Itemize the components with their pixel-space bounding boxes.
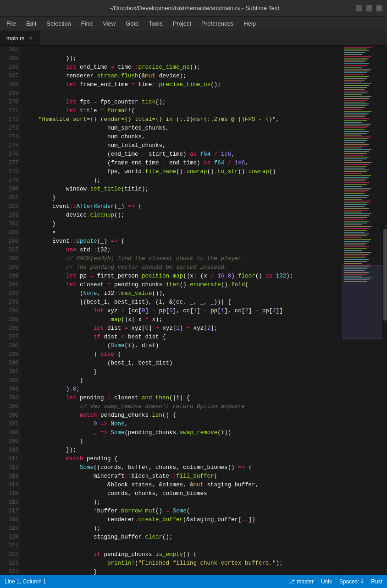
line-ending[interactable]: Unix	[321, 578, 332, 585]
minimize-button[interactable]: —	[356, 5, 362, 11]
svg-rect-115	[344, 256, 367, 256]
svg-rect-112	[344, 250, 362, 251]
line-num: 300	[0, 359, 18, 368]
svg-rect-110	[344, 246, 369, 247]
menu-help[interactable]: Help	[239, 18, 260, 29]
code-editor[interactable]: }); let end_time = time::precise_time_ns…	[21, 46, 341, 575]
vertical-scrollbar[interactable]	[382, 46, 387, 575]
menu-file[interactable]: File	[2, 18, 21, 29]
line-num: 292	[0, 289, 18, 298]
line-num: 301	[0, 368, 18, 376]
line-num: 306	[0, 411, 18, 420]
svg-rect-21	[344, 83, 371, 84]
maximize-button[interactable]: □	[366, 5, 372, 11]
svg-rect-130	[342, 266, 382, 339]
svg-rect-77	[344, 186, 362, 187]
line-num: 285	[0, 229, 18, 237]
svg-rect-70	[344, 173, 362, 174]
branch-icon: ⎇	[288, 578, 295, 585]
line-num: 289	[0, 263, 18, 272]
svg-rect-72	[344, 177, 369, 178]
line-num: 276	[0, 150, 18, 159]
menu-preferences[interactable]: Preferences	[197, 18, 238, 29]
line-num: 297	[0, 333, 18, 342]
svg-rect-98	[344, 224, 362, 225]
git-branch[interactable]: ⎇ master	[288, 578, 314, 585]
menu-selection[interactable]: Selection	[42, 18, 75, 29]
line-num: 264	[0, 46, 18, 54]
svg-rect-10	[344, 63, 369, 64]
svg-rect-17	[344, 76, 369, 77]
svg-rect-81	[344, 193, 365, 194]
line-num: 309	[0, 437, 18, 446]
line-num: 278	[0, 168, 18, 176]
line-numbers: 264 265 266 267 268 269 270 271 272 273 …	[0, 46, 21, 575]
menu-view[interactable]: View	[98, 18, 120, 29]
svg-rect-84	[344, 199, 362, 200]
line-num: 279	[0, 176, 18, 185]
line-num: 274	[0, 133, 18, 142]
svg-rect-15	[344, 72, 367, 73]
tab-close-button[interactable]: ✕	[27, 35, 33, 42]
cursor-position: Line 1, Column 1	[5, 578, 46, 585]
window-title: ~/Dropbox/Development/rust/hematite/src/…	[32, 5, 356, 11]
scrollbar-thumb[interactable]	[383, 229, 387, 321]
svg-rect-38	[344, 114, 367, 115]
svg-rect-56	[344, 147, 362, 148]
svg-rect-3	[344, 50, 369, 51]
svg-rect-75	[344, 182, 369, 183]
menu-edit[interactable]: Edit	[22, 18, 41, 29]
window-controls[interactable]: — □ ✕	[356, 5, 382, 11]
svg-rect-91	[344, 212, 362, 212]
svg-rect-108	[344, 243, 367, 244]
svg-rect-71	[344, 175, 371, 176]
svg-rect-58	[344, 151, 369, 152]
svg-rect-93	[344, 215, 369, 216]
svg-rect-53	[344, 142, 365, 143]
svg-rect-52	[344, 140, 367, 141]
menu-tools[interactable]: Tools	[144, 18, 167, 29]
menu-goto[interactable]: Goto	[121, 18, 143, 29]
svg-rect-118	[344, 261, 367, 262]
svg-rect-68	[344, 169, 369, 170]
close-button[interactable]: ✕	[376, 5, 382, 11]
svg-rect-116	[344, 257, 365, 258]
tab-main-rs[interactable]: main.rs ✕	[0, 31, 40, 45]
indentation[interactable]: Spaces: 4	[339, 578, 364, 585]
svg-rect-66	[344, 166, 367, 167]
line-num: 310	[0, 446, 18, 455]
line-num: 312	[0, 463, 18, 472]
line-num: 317	[0, 507, 18, 516]
line-num: 304	[0, 394, 18, 403]
line-num: 270	[0, 98, 18, 107]
svg-rect-86	[344, 202, 369, 203]
menu-find[interactable]: Find	[77, 18, 97, 29]
line-num: 296	[0, 324, 18, 333]
svg-rect-11	[344, 65, 367, 66]
title-bar: ~/Dropbox/Development/rust/hematite/src/…	[0, 0, 387, 16]
svg-rect-19	[344, 80, 365, 81]
line-num: 320	[0, 533, 18, 542]
line-num: 295	[0, 316, 18, 324]
line-num: 281	[0, 194, 18, 202]
svg-rect-78	[344, 188, 371, 189]
svg-rect-92	[344, 213, 371, 214]
svg-rect-83	[344, 197, 367, 198]
line-num: 303	[0, 385, 18, 394]
svg-rect-62	[344, 158, 367, 159]
svg-rect-24	[344, 89, 365, 90]
minimap[interactable]	[341, 46, 382, 575]
svg-rect-95	[344, 219, 365, 220]
menu-project[interactable]: Project	[168, 18, 196, 29]
status-bar: Line 1, Column 1 ⎇ master Unix Spaces: 4…	[0, 575, 387, 588]
svg-rect-5	[344, 54, 362, 55]
line-num: 287	[0, 246, 18, 255]
line-num: 316	[0, 498, 18, 507]
tab-label: main.rs	[6, 35, 24, 42]
svg-rect-67	[344, 168, 365, 169]
language-mode[interactable]: Rust	[371, 578, 382, 585]
svg-rect-6	[344, 56, 371, 57]
line-num: 319	[0, 524, 18, 533]
svg-rect-22	[344, 85, 369, 86]
svg-rect-34	[344, 107, 365, 108]
